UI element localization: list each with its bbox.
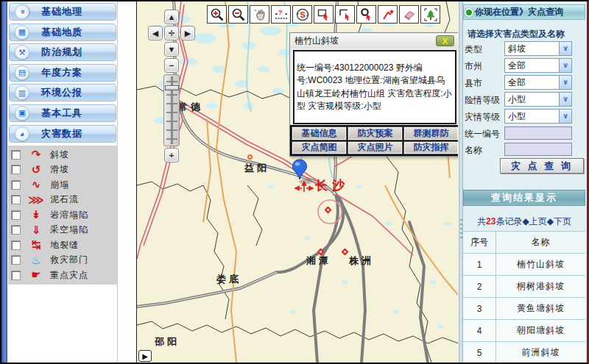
table-row[interactable]: 5 前洲斜坡 (463, 342, 585, 364)
legend-label: 泥石流 (50, 193, 79, 206)
sidebar-item-basic-tools[interactable]: ▣ 基本工具 (8, 104, 117, 123)
pan-center-button[interactable]: ✛ (164, 26, 179, 40)
pagination-suffix: 条记录 (495, 216, 522, 226)
group-monitor-button[interactable]: 群测群防 (404, 127, 458, 140)
layer-checkbox[interactable] (11, 225, 21, 235)
layer-checkbox[interactable] (11, 240, 21, 250)
collapse-icon: ∿ (27, 178, 46, 191)
row-index: 4 (463, 320, 496, 341)
form-row-county: 县市 全部 ∨ (465, 75, 585, 90)
table-row[interactable]: 3 黄鱼塘斜坡 (463, 298, 585, 320)
scale-button[interactable]: S (292, 5, 312, 24)
layer-checkbox[interactable] (11, 150, 21, 160)
select-value: 小型 (505, 93, 559, 106)
zoom-plus-button[interactable]: + (164, 148, 179, 163)
form-row-city: 市州 全部 ∨ (465, 58, 585, 73)
site-sketch-button[interactable]: 灾点简图 (292, 142, 346, 154)
sidebar-item-label: 环境公报 (41, 86, 82, 99)
city-select[interactable]: 全部 ∨ (504, 58, 572, 73)
sidebar-item-basic-geology[interactable]: ▦ 基础地质 (8, 23, 117, 42)
form-row-unified-id: 统一编号 (465, 126, 585, 140)
legend-label: 重点灾点 (50, 269, 88, 282)
zoom-minus-button[interactable]: − (164, 58, 179, 73)
type-select[interactable]: 斜坡 ∨ (504, 41, 572, 56)
sidebar-item-disaster-data[interactable]: ◕ 灾害数据 (8, 124, 117, 143)
measure-distance-button[interactable]: ? (271, 5, 291, 24)
svg-text:S: S (300, 10, 305, 19)
table-row[interactable]: 2 桐树港斜坡 (463, 276, 585, 298)
layers-tree-button[interactable] (420, 5, 440, 24)
circle-select-button[interactable] (356, 5, 376, 24)
overview-arrow-button[interactable]: ▶ (138, 350, 152, 362)
zoom-tick (166, 94, 177, 96)
table-row[interactable]: 1 楠竹山斜坡 (463, 254, 585, 276)
chevron-down-icon: ∨ (559, 93, 571, 106)
command-button[interactable]: 防灾指挥 (404, 142, 458, 154)
zoom-out-button[interactable] (228, 5, 248, 24)
sidebar-item-basic-geography[interactable]: « 基础地理 (8, 2, 117, 21)
row-index: 5 (463, 342, 496, 363)
popup-title: 楠竹山斜坡 (290, 33, 458, 49)
legend-item-karst-collapse: ↡ 岩溶塌陷 (8, 207, 117, 223)
sidebar-item-label: 基本工具 (41, 107, 82, 120)
pan-hand-button[interactable] (250, 5, 269, 24)
pagination-prefix: 共 (477, 216, 486, 226)
legend-label: 地裂缝 (50, 239, 79, 251)
query-button[interactable]: 灾 点 查 询 (500, 158, 584, 174)
pan-up-button[interactable]: ▲ (164, 10, 179, 24)
map-canvas[interactable]: 常德 益阳 长沙 湘潭 株洲 娄底 邵阳 (136, 1, 458, 363)
rect-select-button[interactable] (314, 5, 334, 24)
draw-line-button[interactable] (378, 5, 398, 24)
breadcrumb: 你现在位置》灾点查询 (463, 4, 585, 20)
debris-flow-icon: ⋙ (27, 193, 46, 207)
pan-down-button[interactable]: ▼ (164, 42, 179, 57)
table-row[interactable]: 4 朝阳塘斜坡 (463, 320, 585, 342)
form-row-type: 类型 斜坡 ∨ (465, 41, 585, 56)
pan-right-button[interactable]: ▶ (180, 26, 195, 40)
close-icon[interactable]: X (436, 35, 454, 46)
disaster-level-select[interactable]: 小型 ∨ (504, 109, 572, 124)
sidebar-item-prevention-planning[interactable]: ⚒ 防治规划 (8, 43, 117, 62)
legend-label: 斜坡 (50, 149, 69, 161)
legend-label: 崩塌 (50, 179, 69, 191)
site-photo-button[interactable]: 灾点照片 (348, 142, 402, 154)
layer-legend: ↷ 斜坡 ↺ 滑坡 ∿ 崩塌 ⋙ 泥石流 ↡ 岩溶塌陷 (8, 146, 117, 285)
layer-checkbox[interactable] (11, 255, 21, 265)
zoom-in-button[interactable] (207, 5, 227, 24)
prevention-plan-button[interactable]: 防灾预案 (348, 127, 402, 140)
zoom-slider-thumb[interactable] (165, 85, 179, 90)
zoom-tick (166, 121, 177, 122)
field-label: 统一编号 (465, 128, 500, 140)
zoom-slider[interactable] (163, 74, 180, 146)
city-label-changde: 常德 (178, 101, 203, 114)
risk-level-select[interactable]: 小型 ∨ (504, 92, 572, 107)
target-crosshair-icon (294, 180, 314, 195)
name-input[interactable] (504, 143, 572, 156)
city-label-loudi: 娄底 (216, 273, 241, 286)
layer-checkbox[interactable] (11, 271, 21, 280)
next-page-link[interactable]: ◆下页 (547, 216, 571, 226)
application-window: « 基础地理 ▦ 基础地质 ⚒ 防治规划 ▤ 年度方案 ▥ 环境公报 ▣ 基本工… (0, 0, 589, 364)
layer-checkbox[interactable] (11, 195, 21, 204)
city-label-zhuzhou: 株洲 (349, 254, 374, 268)
legend-label: 滑坡 (50, 163, 69, 176)
form-row-disaster-level: 灾情等级 小型 ∨ (465, 109, 585, 124)
sidebar-item-annual-plan[interactable]: ▤ 年度方案 (8, 63, 117, 82)
results-header: 查询结果显示 (463, 190, 585, 206)
disaster-info-popup: 楠竹山斜坡 X 统一编号:430122000023 野外编号:WC0023 地理… (289, 32, 458, 157)
layer-checkbox[interactable] (11, 210, 21, 220)
pan-left-button[interactable]: ◀ (148, 26, 163, 40)
layer-checkbox[interactable] (11, 180, 21, 190)
sidebar: « 基础地理 ▦ 基础地质 ⚒ 防治规划 ▤ 年度方案 ▥ 环境公报 ▣ 基本工… (1, 1, 136, 363)
row-name: 朝阳塘斜坡 (496, 324, 585, 337)
layer-checkbox[interactable] (11, 165, 21, 174)
prev-page-link[interactable]: ◆上页 (522, 216, 546, 226)
sidebar-item-environment-bulletin[interactable]: ▥ 环境公报 (8, 83, 117, 102)
county-select[interactable]: 全部 ∨ (504, 75, 572, 90)
sidebar-item-label: 防治规划 (41, 46, 82, 59)
document-icon: ▤ (15, 65, 29, 80)
rect-zoom-button[interactable] (335, 5, 355, 24)
basic-info-button[interactable]: 基础信息 (292, 127, 346, 140)
eraser-button[interactable] (399, 5, 419, 24)
unified-id-input[interactable] (504, 126, 572, 140)
